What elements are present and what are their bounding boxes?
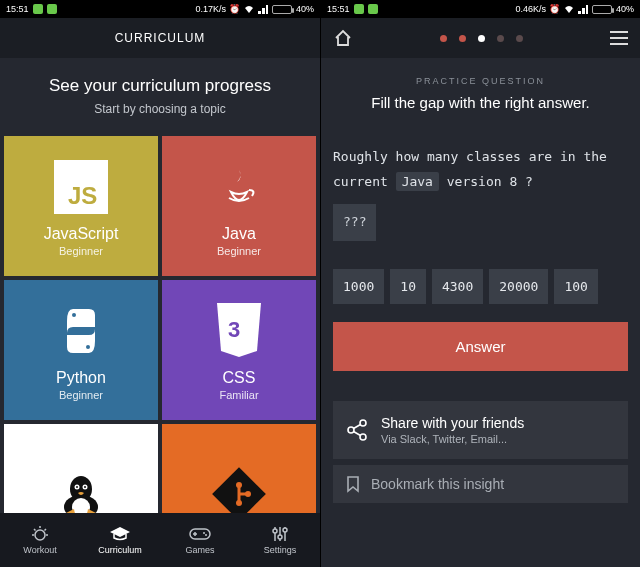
alarm-icon: ⏰: [230, 4, 240, 14]
status-app-icon: [47, 4, 57, 14]
share-sub: Via Slack, Twitter, Email...: [381, 433, 524, 445]
nav-settings[interactable]: Settings: [240, 513, 320, 567]
tile-name: CSS: [223, 369, 256, 387]
python-icon: [49, 299, 113, 363]
share-title: Share with your friends: [381, 415, 524, 431]
home-icon[interactable]: [333, 28, 353, 48]
nav-workout[interactable]: Workout: [0, 513, 80, 567]
code-token: Java: [396, 172, 439, 191]
menu-icon[interactable]: [610, 31, 628, 45]
svg-point-18: [203, 532, 205, 534]
topic-grid: JS JavaScript Beginner Java Beginner Pyt…: [0, 136, 320, 567]
status-bar: 15:51 0.46K/s ⏰ 40%: [321, 0, 640, 18]
screen-curriculum: 15:51 0.17K/s ⏰ 40% CURRICULUM See your …: [0, 0, 320, 567]
dot-current: [478, 35, 485, 42]
tile-javascript[interactable]: JS JavaScript Beginner: [4, 136, 158, 276]
svg-point-24: [360, 420, 366, 426]
tile-level: Familiar: [219, 389, 258, 401]
status-app-icon: [354, 4, 364, 14]
nav-label: Games: [185, 545, 214, 555]
hero: See your curriculum progress Start by ch…: [0, 58, 320, 136]
battery-icon: [592, 5, 612, 14]
screen-practice: 15:51 0.46K/s ⏰ 40%: [320, 0, 640, 567]
signal-icon: [578, 4, 588, 14]
gamepad-icon: [189, 525, 211, 543]
svg-point-19: [205, 534, 207, 536]
status-app-icon: [33, 4, 43, 14]
svg-point-11: [84, 486, 86, 488]
svg-point-16: [35, 530, 45, 540]
nav-curriculum[interactable]: Curriculum: [80, 513, 160, 567]
svg-point-3: [86, 345, 90, 349]
css-icon: 3: [207, 299, 271, 363]
svg-point-21: [278, 535, 282, 539]
tile-python[interactable]: Python Beginner: [4, 280, 158, 420]
question-text: version 8 ?: [439, 174, 533, 189]
bookmark-label: Bookmark this insight: [371, 476, 504, 492]
signal-icon: [258, 4, 268, 14]
dot: [516, 35, 523, 42]
progress-dots: [440, 35, 523, 42]
tile-level: Beginner: [217, 245, 261, 257]
hero-sub: Start by choosing a topic: [12, 102, 308, 116]
share-icon: [345, 418, 369, 442]
choice-chip[interactable]: 100: [554, 269, 597, 304]
status-app-icon: [368, 4, 378, 14]
choice-chip[interactable]: 10: [390, 269, 426, 304]
nav-label: Workout: [23, 545, 56, 555]
question-header: PRACTICE QUESTION Fill the gap with the …: [321, 58, 640, 121]
nav-games[interactable]: Games: [160, 513, 240, 567]
java-icon: [207, 155, 271, 219]
tile-level: Beginner: [59, 245, 103, 257]
tile-name: Python: [56, 369, 106, 387]
tile-name: Java: [222, 225, 256, 243]
choice-chip[interactable]: 1000: [333, 269, 384, 304]
status-battery: 40%: [616, 4, 634, 14]
wifi-icon: [564, 4, 574, 14]
svg-text:3: 3: [228, 317, 240, 342]
answer-blank[interactable]: ???: [333, 204, 376, 241]
status-net: 0.17K/s: [195, 4, 226, 14]
graduation-icon: [109, 525, 131, 543]
choice-chip[interactable]: 20000: [489, 269, 548, 304]
status-battery: 40%: [296, 4, 314, 14]
nav-label: Curriculum: [98, 545, 142, 555]
bulb-icon: [29, 525, 51, 543]
title-text: CURRICULUM: [115, 31, 206, 45]
js-icon: JS: [49, 155, 113, 219]
share-card[interactable]: Share with your friends Via Slack, Twitt…: [333, 401, 628, 459]
question-body: Roughly how many classes are in the curr…: [333, 145, 628, 241]
bookmark-icon: [345, 475, 361, 493]
tile-name: JavaScript: [44, 225, 119, 243]
status-time: 15:51: [327, 4, 350, 14]
tile-java[interactable]: Java Beginner: [162, 136, 316, 276]
svg-point-2: [72, 313, 76, 317]
dot: [459, 35, 466, 42]
top-bar: [321, 18, 640, 58]
hero-heading: See your curriculum progress: [12, 76, 308, 96]
dot: [440, 35, 447, 42]
choice-chip[interactable]: 4300: [432, 269, 483, 304]
svg-point-20: [273, 529, 277, 533]
status-time: 15:51: [6, 4, 29, 14]
svg-text:JS: JS: [68, 182, 97, 209]
tile-css[interactable]: 3 CSS Familiar: [162, 280, 316, 420]
bookmark-card[interactable]: Bookmark this insight: [333, 465, 628, 503]
svg-point-25: [360, 434, 366, 440]
status-net: 0.46K/s: [515, 4, 546, 14]
status-bar: 15:51 0.17K/s ⏰ 40%: [0, 0, 320, 18]
prompt-text: Fill the gap with the right answer.: [337, 94, 624, 111]
nav-label: Settings: [264, 545, 297, 555]
battery-icon: [272, 5, 292, 14]
svg-point-22: [283, 528, 287, 532]
tile-level: Beginner: [59, 389, 103, 401]
svg-point-23: [348, 427, 354, 433]
practice-label: PRACTICE QUESTION: [337, 76, 624, 86]
svg-point-10: [76, 486, 78, 488]
wifi-icon: [244, 4, 254, 14]
bottom-nav: Workout Curriculum Games Settings: [0, 513, 320, 567]
answer-button[interactable]: Answer: [333, 322, 628, 371]
page-title: CURRICULUM: [0, 18, 320, 58]
choice-row: 1000 10 4300 20000 100: [333, 269, 628, 304]
alarm-icon: ⏰: [550, 4, 560, 14]
